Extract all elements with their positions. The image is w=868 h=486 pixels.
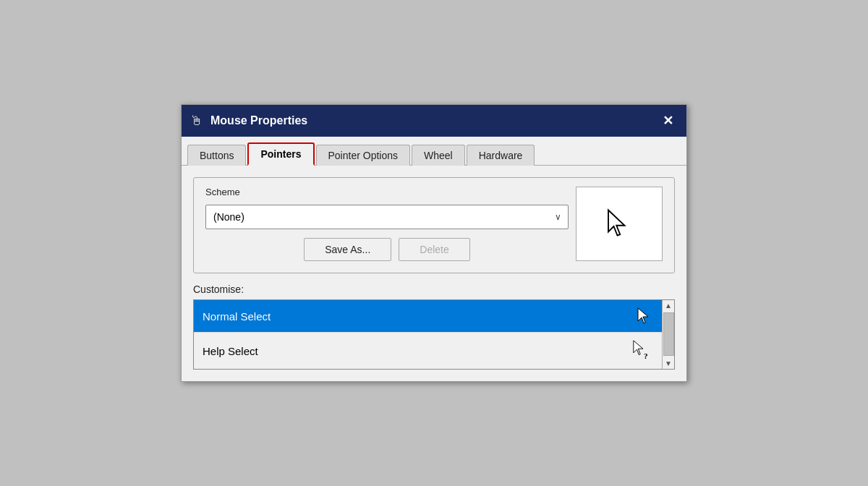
list-item-help-select[interactable]: Help Select ?	[194, 333, 662, 369]
customise-list-wrapper: Normal Select Help Select	[193, 299, 675, 370]
tab-wheel[interactable]: Wheel	[412, 145, 465, 166]
customise-list: Normal Select Help Select	[194, 300, 662, 369]
mouse-properties-window: 🖱 Mouse Properties ✕ Buttons Pointers Po…	[181, 104, 687, 382]
tab-hardware[interactable]: Hardware	[467, 145, 535, 166]
scheme-preview	[576, 187, 663, 261]
scrollbar-thumb[interactable]	[663, 312, 674, 356]
title-bar: 🖱 Mouse Properties ✕	[182, 105, 686, 137]
svg-marker-0	[608, 210, 625, 235]
window-title: Mouse Properties	[210, 114, 307, 127]
scheme-left: Scheme (None) ∨ Save As... Delete	[205, 187, 569, 261]
customise-section: Customise: Normal Select Help Se	[193, 284, 675, 370]
scheme-legend: Scheme	[205, 187, 569, 197]
window-icon: 🖱	[190, 114, 203, 129]
tab-pointer-options[interactable]: Pointer Options	[316, 145, 411, 166]
cursor-preview-icon	[605, 208, 634, 240]
tab-pointers[interactable]: Pointers	[247, 142, 314, 166]
scheme-buttons: Save As... Delete	[205, 238, 569, 261]
tab-content: Scheme (None) ∨ Save As... Delete	[182, 166, 686, 381]
help-select-cursor-icon: ?	[631, 340, 653, 362]
svg-marker-1	[638, 308, 648, 323]
svg-text:?: ?	[644, 351, 648, 360]
scrollbar-down-arrow[interactable]: ▼	[665, 358, 672, 369]
list-item-normal-select[interactable]: Normal Select	[194, 300, 662, 333]
customise-label: Customise:	[193, 284, 675, 295]
scheme-group: Scheme (None) ∨ Save As... Delete	[193, 177, 675, 273]
tab-buttons[interactable]: Buttons	[187, 145, 246, 166]
svg-marker-2	[634, 341, 643, 355]
scrollbar-up-arrow[interactable]: ▲	[665, 300, 672, 311]
tabs-bar: Buttons Pointers Pointer Options Wheel H…	[182, 137, 686, 166]
list-item-normal-select-label: Normal Select	[203, 310, 271, 323]
list-item-help-select-label: Help Select	[203, 345, 258, 357]
title-bar-left: 🖱 Mouse Properties	[190, 114, 307, 129]
close-button[interactable]: ✕	[658, 111, 678, 130]
normal-select-cursor-icon	[636, 307, 653, 325]
scrollbar[interactable]: ▲ ▼	[662, 300, 674, 369]
scheme-select[interactable]: (None)	[205, 205, 569, 229]
scheme-dropdown-wrapper: (None) ∨	[205, 205, 569, 229]
save-as-button[interactable]: Save As...	[304, 238, 391, 261]
delete-button[interactable]: Delete	[399, 238, 469, 261]
